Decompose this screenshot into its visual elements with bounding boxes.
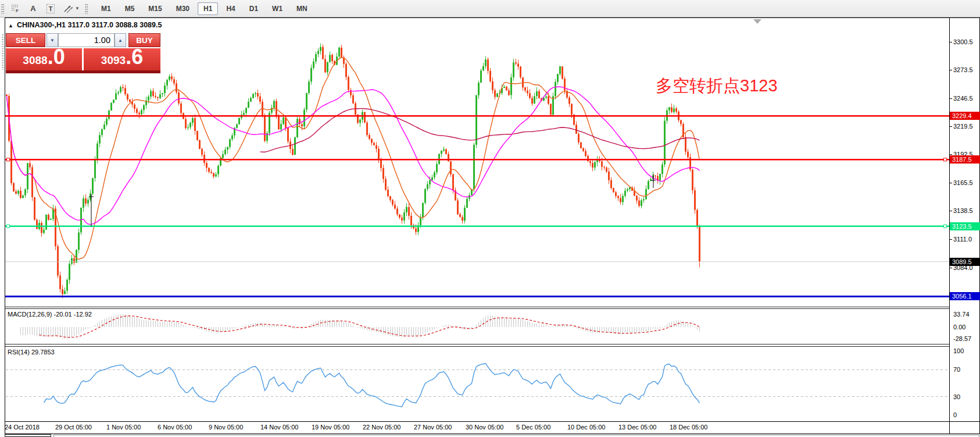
- volume-input[interactable]: [58, 33, 115, 47]
- candle-body: [187, 127, 189, 128]
- draw-tools-icon[interactable]: ▼: [60, 2, 83, 15]
- candle-body: [227, 147, 228, 150]
- candle-body: [375, 145, 377, 149]
- candle-body: [287, 128, 289, 141]
- candle-body: [178, 93, 180, 104]
- macd-label: MACD(12,26,9) -20.01 -12.92: [8, 311, 92, 318]
- candle-body: [475, 95, 477, 145]
- text-label-icon[interactable]: A: [26, 2, 41, 15]
- price-tick: [949, 211, 952, 211]
- candle-body: [389, 196, 391, 200]
- sell-button[interactable]: SELL: [6, 33, 45, 47]
- candle-body: [341, 48, 342, 58]
- hline-handle[interactable]: [7, 158, 10, 161]
- candle-body: [62, 289, 63, 294]
- candle-body: [113, 100, 115, 103]
- candle-body: [594, 162, 596, 168]
- candle-body: [571, 104, 573, 115]
- candle-body: [610, 180, 612, 189]
- timeframe-m1[interactable]: M1: [95, 2, 117, 15]
- candle-body: [252, 94, 254, 98]
- candle-body: [245, 108, 247, 113]
- candle-body: [162, 93, 163, 94]
- candle-body: [110, 103, 112, 111]
- candle-body: [480, 70, 482, 83]
- candle-body: [359, 120, 361, 123]
- candle-body: [517, 63, 519, 66]
- candle-body: [278, 116, 280, 129]
- candle-body: [134, 105, 135, 109]
- hline-handle[interactable]: [7, 225, 10, 228]
- time-axis-label: 18 Dec 05:00: [670, 424, 707, 431]
- toolbar-drag-handle-2[interactable]: [85, 3, 88, 14]
- candle-body: [557, 74, 559, 82]
- candle-body: [85, 198, 87, 204]
- text-box-icon[interactable]: T: [43, 2, 58, 15]
- candle-body: [659, 174, 661, 180]
- candle-body: [550, 104, 552, 115]
- candle-body: [231, 136, 233, 140]
- candle-body: [555, 82, 556, 97]
- candle-body: [436, 164, 438, 172]
- candle-body: [443, 150, 445, 151]
- candle-body: [236, 125, 238, 128]
- candle-body: [199, 140, 201, 149]
- bottom-tab-bar[interactable]: [53, 435, 979, 437]
- candle-body: [96, 144, 98, 159]
- time-axis-label: 29 Oct 05:00: [55, 424, 92, 431]
- timeframe-w1[interactable]: W1: [266, 2, 288, 15]
- hline-handle[interactable]: [944, 225, 947, 228]
- toolbar-drag-handle[interactable]: [1, 3, 4, 14]
- candle-body: [122, 87, 124, 88]
- candle-body: [224, 150, 226, 154]
- candle-body: [345, 64, 347, 77]
- timeframe-m30[interactable]: M30: [170, 2, 195, 15]
- candle-body: [589, 161, 591, 163]
- candle-body: [115, 93, 117, 100]
- price-tick: [949, 268, 952, 268]
- time-axis-label: 14 Nov 05:00: [260, 424, 298, 431]
- candle-body: [148, 97, 149, 101]
- price-badge-3056-1: 3056.1: [950, 292, 980, 300]
- candle-body: [429, 180, 431, 184]
- candle-body: [306, 93, 307, 110]
- candle-body: [217, 166, 219, 175]
- macd-rsi-separator[interactable]: [5, 344, 949, 344]
- collapse-chart-icon[interactable]: ▲: [8, 23, 13, 29]
- trade-panel-handle[interactable]: [2, 34, 4, 70]
- bottom-tab-stub[interactable]: [5, 434, 51, 437]
- ma-13-line[interactable]: [7, 58, 700, 260]
- candle-body: [515, 62, 517, 63]
- candle-body: [92, 178, 94, 194]
- candle-body: [445, 150, 447, 154]
- buy-price[interactable]: 3093.6: [84, 48, 160, 70]
- timeframe-h1[interactable]: H1: [198, 2, 218, 15]
- main-macd-separator[interactable]: [5, 307, 949, 307]
- macd-panel[interactable]: [5, 310, 949, 344]
- timeframe-m15[interactable]: M15: [142, 2, 167, 15]
- candle-body: [210, 172, 212, 173]
- chart-annotation-text[interactable]: 多空转折点3123: [656, 74, 778, 98]
- ma-110-line[interactable]: [260, 109, 700, 152]
- candle-body: [59, 276, 61, 289]
- quick-nav-arrow-icon[interactable]: [753, 19, 761, 24]
- timeframe-mn[interactable]: MN: [291, 2, 313, 15]
- hline-handle[interactable]: [944, 158, 947, 161]
- candle-body: [45, 215, 47, 230]
- timeframe-d1[interactable]: D1: [244, 2, 264, 15]
- candle-body: [561, 66, 563, 79]
- grid-f-icon[interactable]: F: [8, 2, 23, 15]
- candle-body: [534, 96, 535, 104]
- candle-body: [315, 54, 317, 62]
- rsi-panel[interactable]: [5, 347, 949, 421]
- timeframe-h4[interactable]: H4: [220, 2, 241, 15]
- candle-body: [401, 218, 403, 221]
- sell-price[interactable]: 3088.0: [6, 48, 82, 70]
- candle-body: [27, 163, 28, 189]
- rsi-axis-label: 70: [953, 366, 960, 373]
- candle-body: [103, 125, 105, 129]
- timeframe-m5[interactable]: M5: [119, 2, 141, 15]
- volume-increase-button[interactable]: ▲: [115, 33, 126, 47]
- candle-body: [331, 55, 333, 61]
- candle-body: [622, 196, 624, 202]
